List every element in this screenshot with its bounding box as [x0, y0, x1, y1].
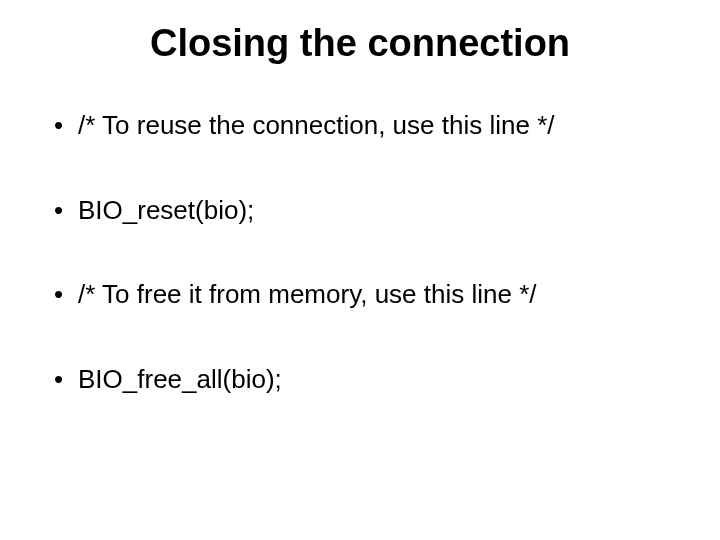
- list-item: /* To reuse the connection, use this lin…: [54, 109, 684, 142]
- bullet-list: /* To reuse the connection, use this lin…: [36, 109, 684, 395]
- list-item: BIO_reset(bio);: [54, 194, 684, 227]
- list-item: /* To free it from memory, use this line…: [54, 278, 684, 311]
- slide-title: Closing the connection: [36, 22, 684, 65]
- list-item: BIO_free_all(bio);: [54, 363, 684, 396]
